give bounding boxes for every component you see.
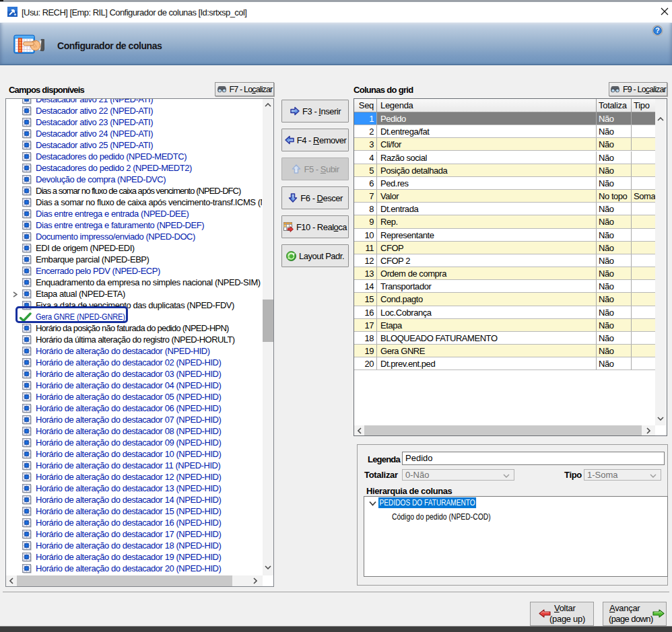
- svg-text:?: ?: [655, 26, 659, 34]
